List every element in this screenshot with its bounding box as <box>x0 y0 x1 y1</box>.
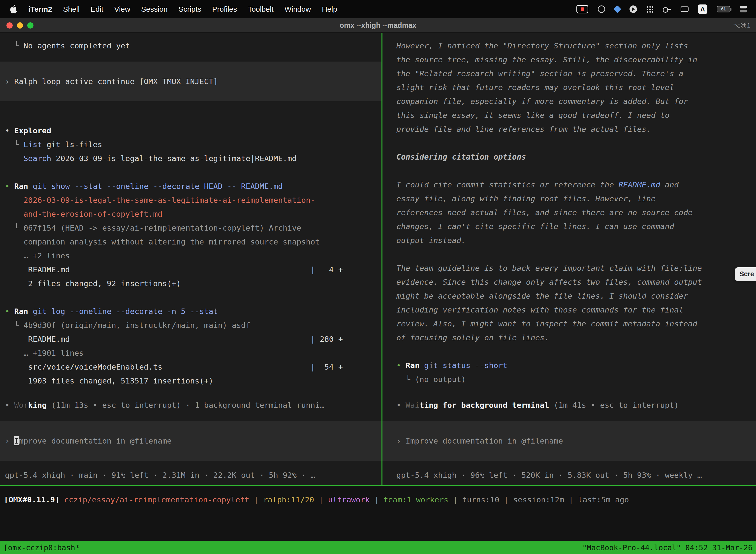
terminal-line: • Working (11m 13s • esc to interrupt) ·… <box>0 398 381 412</box>
apps-grid-icon[interactable] <box>646 4 653 14</box>
terminal-line: └ 067f154 (HEAD -> essay/ai-reimplementa… <box>0 221 381 235</box>
left-activity-status: • Working (11m 13s • esc to interrupt) ·… <box>0 398 381 412</box>
terminal-line <box>0 165 381 179</box>
terminal-line <box>382 164 756 178</box>
menu-item-profiles[interactable]: Profiles <box>212 5 237 13</box>
terminal-line: Search 2026-03-09-is-legal-the-same-as-l… <box>0 151 381 165</box>
close-button[interactable] <box>6 22 13 29</box>
passwords-key-icon[interactable] <box>663 4 671 14</box>
terminal-line: • Ran git log --oneline --decorate -n 5 … <box>0 304 381 318</box>
terminal-line: slight risk that future readers may over… <box>382 80 756 94</box>
terminal-line: gpt-5.4 xhigh · main · 91% left · 2.31M … <box>0 468 381 482</box>
control-center-icon[interactable] <box>740 4 747 14</box>
menu-item-iterm2[interactable]: iTerm2 <box>28 5 52 13</box>
terminal-line: › Improve documentation in @filename <box>382 436 563 445</box>
terminal-line: README.md | 280 + <box>0 332 381 346</box>
terminal-line: the "Related research writing" section i… <box>382 66 756 80</box>
right-agent-pane[interactable]: However, I noticed the "Directory Struct… <box>382 33 756 485</box>
terminal-line: • Ran git status --short <box>382 358 756 372</box>
terminal-line: [OMX#0.11.9] cczip/essay/ai-reimplementa… <box>0 493 756 507</box>
menu-left: iTerm2 Shell Edit View Session Scripts P… <box>9 4 337 14</box>
terminal-line: The team guideline is to back every impo… <box>382 261 756 275</box>
terminal-line: … +1901 lines <box>0 346 381 360</box>
terminal-line: • Waiting for background terminal (1m 41… <box>382 398 756 412</box>
terminal-line: › Ralph loop active continue [OMX_TMUX_I… <box>0 77 218 86</box>
terminal-line <box>382 344 756 358</box>
omx-status-line: [OMX#0.11.9] cczip/essay/ai-reimplementa… <box>0 486 756 507</box>
window-title-bar[interactable]: omx --xhigh --madmax ⌥⌘1 <box>0 18 756 33</box>
left-prompt-input[interactable]: › Improve documentation in @filename <box>0 421 381 461</box>
terminal-line: └ No agents completed yet <box>0 39 381 53</box>
tmux-host-clock: "MacBook-Pro-44.local" 04:52 31-Mar-26 <box>582 543 753 552</box>
screen-share-tab[interactable]: Scre <box>735 267 756 281</box>
minimize-button[interactable] <box>17 22 23 29</box>
terminal-line: 2026-03-09-is-legal-the-same-as-legitima… <box>0 193 381 207</box>
menu-item-window[interactable]: Window <box>285 5 311 13</box>
apple-menu-icon[interactable] <box>9 4 17 14</box>
right-pane-footer: • Waiting for background terminal (1m 41… <box>382 398 756 485</box>
right-prompt-input[interactable]: › Improve documentation in @filename <box>382 421 756 461</box>
terminal-line: might be acceptable alongside the file l… <box>382 289 756 303</box>
left-pane-footer: • Working (11m 13s • esc to interrupt) ·… <box>0 398 381 485</box>
terminal-line: └ List git ls-files <box>0 137 381 151</box>
left-agent-pane[interactable]: └ No agents completed yet › Ralph loop a… <box>0 33 381 485</box>
terminal-line: 2 files changed, 92 insertions(+) <box>0 277 381 290</box>
terminal-area: └ No agents completed yet › Ralph loop a… <box>0 33 756 485</box>
terminal-line: the source tree, missing the essay. Stil… <box>382 53 756 66</box>
right-model-statusline: gpt-5.4 xhigh · 96% left · 520K in · 5.8… <box>382 468 756 482</box>
terminal-line: README.md | 4 + <box>0 263 381 277</box>
terminal-line <box>0 290 381 304</box>
terminal-line: src/voice/voiceModeEnabled.ts | 54 + <box>0 360 381 374</box>
left-top-lines: └ No agents completed yet <box>0 39 381 53</box>
left-model-statusline: gpt-5.4 xhigh · main · 91% left · 2.31M … <box>0 468 381 482</box>
terminal-line: gpt-5.4 xhigh · 96% left · 520K in · 5.8… <box>382 468 756 482</box>
terminal-line: including verification notes with those … <box>382 303 756 317</box>
menu-item-scripts[interactable]: Scripts <box>179 5 201 13</box>
menu-item-shell[interactable]: Shell <box>63 5 80 13</box>
menu-item-view[interactable]: View <box>114 5 130 13</box>
camera-icon[interactable] <box>681 4 689 14</box>
tmux-session-label: [omx-cczip0:bash* <box>3 543 80 552</box>
terminal-line: companion file, especially if more comme… <box>382 94 756 108</box>
terminal-line: references need actual files, and since … <box>382 206 756 219</box>
terminal-line: • Explored <box>0 124 381 137</box>
ralph-loop-banner: › Ralph loop active continue [OMX_TMUX_I… <box>0 62 381 101</box>
screen-recording-indicator-icon[interactable] <box>576 4 588 14</box>
macos-menu-bar: iTerm2 Shell Edit View Session Scripts P… <box>0 0 756 18</box>
terminal-line: However, I noticed the "Directory Struct… <box>382 39 756 53</box>
terminal-line <box>382 136 756 150</box>
raycast-icon[interactable] <box>615 4 620 14</box>
fullscreen-button[interactable] <box>27 22 34 29</box>
right-transcript: However, I noticed the "Directory Struct… <box>382 39 756 386</box>
left-transcript: • Explored └ List git ls-files Search 20… <box>0 124 381 388</box>
window-tab-shortcut: ⌥⌘1 <box>733 21 751 29</box>
terminal-line: and-the-erosion-of-copyleft.md <box>0 207 381 221</box>
terminal-line <box>382 247 756 261</box>
input-source-icon[interactable]: A <box>698 4 707 14</box>
terminal-line: I could cite commit statistics or refere… <box>382 178 756 191</box>
terminal-line: evidence. Since this change only affects… <box>382 275 756 289</box>
window-title: omx --xhigh --madmax <box>339 21 416 30</box>
menu-status-icons: A 61 <box>576 4 747 14</box>
terminal-line: • Ran git show --stat --oneline --decora… <box>0 179 381 193</box>
menu-item-help[interactable]: Help <box>322 5 337 13</box>
terminal-line: … +2 lines <box>0 249 381 263</box>
terminal-line: └ (no output) <box>382 372 756 386</box>
terminal-line: › Improve documentation in @filename <box>0 436 172 445</box>
right-activity-status: • Waiting for background terminal (1m 41… <box>382 398 756 412</box>
menu-item-session[interactable]: Session <box>141 5 168 13</box>
terminal-line: output instead. <box>382 233 756 247</box>
browser-icon[interactable] <box>598 4 605 14</box>
terminal-line: provide file and line references from th… <box>382 122 756 136</box>
menu-item-edit[interactable]: Edit <box>90 5 104 13</box>
terminal-line: of focusing solely on file lines. <box>382 331 756 344</box>
terminal-line: └ 4b9d30f (origin/main, instructkr/main,… <box>0 318 381 332</box>
battery-icon[interactable]: 61 <box>717 4 730 14</box>
terminal-line: essay file, along with finding root file… <box>382 191 756 206</box>
terminal-line: changes, I can't cite specific file line… <box>382 219 756 233</box>
terminal-line: companion analysis without altering the … <box>0 235 381 249</box>
bottom-spacer <box>0 507 756 541</box>
media-app-icon[interactable] <box>630 4 637 14</box>
terminal-line: this single essay, it seems like a good … <box>382 108 756 122</box>
menu-item-toolbelt[interactable]: Toolbelt <box>248 5 273 13</box>
